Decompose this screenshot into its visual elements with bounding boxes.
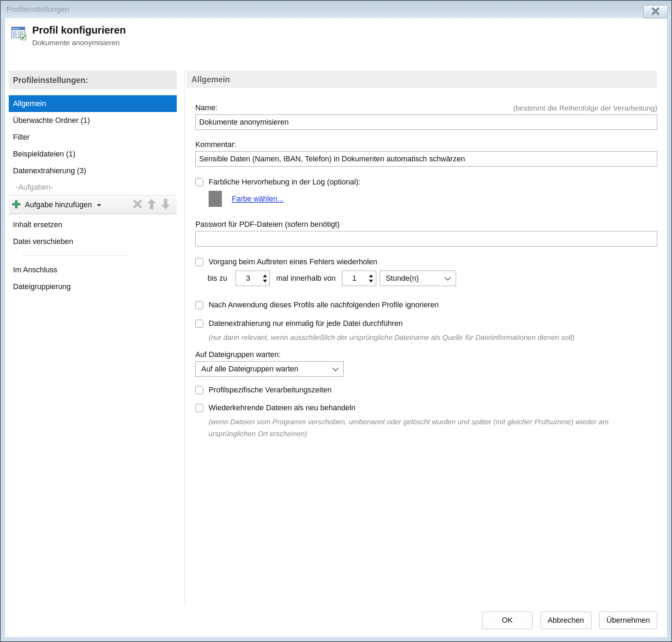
retry-count-stepper	[236, 271, 270, 286]
chevron-down-icon	[97, 204, 101, 207]
close-icon	[651, 7, 660, 16]
app-header: Profil konfigurieren Dokumente anonymisi…	[5, 18, 667, 56]
sidebar-item-datenextrahierung[interactable]: Datenextrahierung (3)	[9, 162, 177, 179]
sidebar-item-label: Datenextrahierung (3)	[13, 167, 86, 175]
ignore-following-checkbox[interactable]	[195, 301, 203, 309]
retry-interval-stepper	[342, 271, 376, 286]
task-toolbar: Aufgabe hinzufügen	[9, 195, 177, 214]
sidebar-item-label: Überwachte Ordner (1)	[13, 116, 90, 125]
choose-color-link[interactable]: Farbe wählen...	[232, 195, 284, 203]
chevron-down-icon	[444, 274, 451, 280]
sidebar-item-beispieldateien[interactable]: Beispieldateien (1)	[9, 146, 177, 162]
recurring-files-label: Wiederkehrende Dateien als neu behandeln	[209, 404, 356, 412]
sidebar-item-allgemein[interactable]: Allgemein	[9, 95, 177, 112]
stepper-down-icon[interactable]	[369, 280, 373, 282]
stepper-arrows	[366, 271, 376, 286]
arrow-down-icon	[161, 198, 170, 211]
ok-button[interactable]: OK	[482, 612, 533, 629]
cancel-button[interactable]: Abbrechen	[540, 612, 592, 629]
sidebar-item-label: Dateigruppierung	[13, 282, 71, 291]
delete-task-button[interactable]	[131, 198, 145, 212]
retry-prefix-label: bis zu	[208, 274, 227, 283]
retry-settings-row: bis zu mal innerhalb von	[208, 271, 657, 286]
retry-label: Vorgang beim Auftreten eines Fehlers wie…	[209, 258, 377, 266]
ignore-following-row: Nach Anwendung dieses Profils alle nachf…	[195, 301, 657, 309]
color-swatch[interactable]	[209, 191, 222, 207]
file-groups-select[interactable]: Auf alle Dateigruppen warten	[195, 361, 344, 377]
stepper-down-icon[interactable]	[263, 280, 267, 282]
stepper-up-icon[interactable]	[369, 274, 373, 277]
profile-times-checkbox[interactable]	[195, 386, 203, 394]
stepper-up-icon[interactable]	[263, 274, 267, 277]
sidebar-divider	[21, 256, 130, 256]
profile-settings-dialog: Profileinstellungen	[0, 0, 672, 642]
sidebar-item-label: Inhalt ersetzen	[13, 221, 62, 229]
name-label-row: Name: (bestimmt die Reihenfolge der Vera…	[195, 104, 657, 112]
page-title: Profil konfigurieren	[32, 25, 126, 36]
retry-count-input[interactable]	[236, 271, 260, 286]
sidebar-item-inhalt-ersetzen[interactable]: Inhalt ersetzen	[9, 216, 177, 233]
comment-input[interactable]	[195, 151, 657, 167]
log-highlight-checkbox[interactable]	[195, 178, 203, 186]
retry-checkbox-row: Vorgang beim Auftreten eines Fehlers wie…	[195, 258, 657, 266]
sidebar: Profileinstellungen: Allgemein Überwacht…	[9, 71, 177, 603]
dialog-body: Profil konfigurieren Dokumente anonymisi…	[5, 18, 667, 637]
arrow-up-icon	[147, 198, 156, 211]
sidebar-main-divider	[184, 71, 185, 603]
extract-once-row: Datenextrahierung nur einmalig für jede …	[195, 319, 657, 328]
stepper-arrows	[260, 271, 270, 286]
move-task-up-button[interactable]	[145, 198, 159, 212]
comment-label: Kommentar:	[195, 140, 236, 149]
retry-interval-input[interactable]	[342, 271, 366, 286]
general-form: Name: (bestimmt die Reihenfolge der Vera…	[187, 104, 657, 440]
recurring-files-row: Wiederkehrende Dateien als neu behandeln	[195, 404, 657, 412]
add-task-label: Aufgabe hinzufügen	[25, 201, 92, 209]
section-heading: Allgemein	[187, 71, 657, 88]
page-subtitle: Dokumente anonymisieren	[32, 39, 126, 47]
move-task-down-button[interactable]	[159, 198, 173, 212]
comment-label-row: Kommentar:	[195, 140, 657, 149]
sidebar-item-ueberwachte-ordner[interactable]: Überwachte Ordner (1)	[9, 112, 177, 129]
sidebar-item-label: Datei verschieben	[13, 237, 73, 246]
name-label: Name:	[195, 104, 217, 112]
profile-times-row: Profilspezifische Verarbeitungszeiten	[195, 386, 657, 395]
window-title: Profileinstellungen	[6, 5, 69, 14]
footer: OK Abbrechen Übernehmen	[5, 603, 667, 637]
add-task-button[interactable]: Aufgabe hinzufügen	[12, 200, 101, 210]
retry-unit-select[interactable]: Stunde(n)	[380, 271, 456, 286]
extract-once-label: Datenextrahierung nur einmalig für jede …	[209, 319, 403, 328]
sidebar-item-label: Filter	[13, 133, 30, 142]
pdf-password-input[interactable]	[195, 231, 657, 246]
sidebar-item-datei-verschieben[interactable]: Datei verschieben	[9, 233, 177, 250]
name-input[interactable]	[195, 114, 657, 130]
x-icon	[133, 199, 142, 210]
sidebar-item-label: Beispieldateien (1)	[13, 150, 75, 159]
file-groups-value: Auf alle Dateigruppen warten	[201, 365, 298, 374]
sidebar-item-im-anschluss[interactable]: Im Anschluss	[9, 261, 177, 278]
recurring-files-note: (wenn Dateien vom Programm verschoben, u…	[209, 416, 657, 440]
retry-checkbox[interactable]	[195, 258, 203, 266]
sidebar-item-label: Im Anschluss	[13, 266, 57, 274]
window-titlebar[interactable]: Profileinstellungen	[1, 1, 671, 18]
password-label-row: Passwort für PDF-Dateien (sofern benötig…	[195, 220, 657, 229]
extract-once-checkbox[interactable]	[195, 320, 203, 328]
retry-middle-label: mal innerhalb von	[276, 274, 336, 283]
name-hint: (bestimmt die Reihenfolge der Verarbeitu…	[513, 104, 657, 112]
chevron-down-icon	[332, 365, 338, 371]
plus-icon	[12, 200, 21, 210]
password-label: Passwort für PDF-Dateien (sofern benötig…	[195, 220, 340, 229]
apply-button[interactable]: Übernehmen	[599, 612, 657, 629]
content: Profileinstellungen: Allgemein Überwacht…	[5, 56, 667, 603]
sidebar-header: Profileinstellungen:	[9, 71, 177, 90]
recurring-files-checkbox[interactable]	[195, 404, 203, 412]
profile-times-label: Profilspezifische Verarbeitungszeiten	[209, 386, 331, 395]
ignore-following-label: Nach Anwendung dieses Profils alle nachf…	[209, 301, 439, 309]
close-button[interactable]	[643, 5, 668, 19]
color-choice-row: Farbe wählen...	[209, 191, 657, 207]
main-panel: Allgemein Name: (bestimmt die Reihenfolg…	[187, 71, 657, 603]
sidebar-item-dateigruppierung[interactable]: Dateigruppierung	[9, 278, 177, 295]
file-groups-label: Auf Dateigruppen warten:	[195, 350, 281, 359]
retry-unit-value: Stunde(n)	[386, 274, 419, 283]
sidebar-item-filter[interactable]: Filter	[9, 129, 177, 146]
log-highlight-row: Farbliche Hervorhebung in der Log (optio…	[195, 178, 657, 187]
